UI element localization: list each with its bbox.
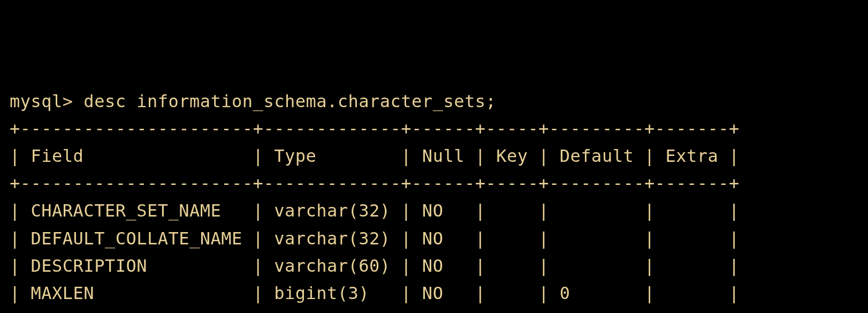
mysql-prompt: mysql> — [10, 91, 83, 111]
sql-command: desc information_schema.character_sets; — [83, 91, 496, 111]
table-header-row: | Field | Type | Null | Key | Default | … — [10, 146, 740, 166]
table-border-bottom: +----------------------+-------------+--… — [10, 310, 740, 313]
table-border-mid: +----------------------+-------------+--… — [10, 173, 740, 193]
table-border-top: +----------------------+-------------+--… — [10, 118, 740, 139]
table-data-rows: | CHARACTER_SET_NAME | varchar(32) | NO … — [10, 200, 740, 303]
